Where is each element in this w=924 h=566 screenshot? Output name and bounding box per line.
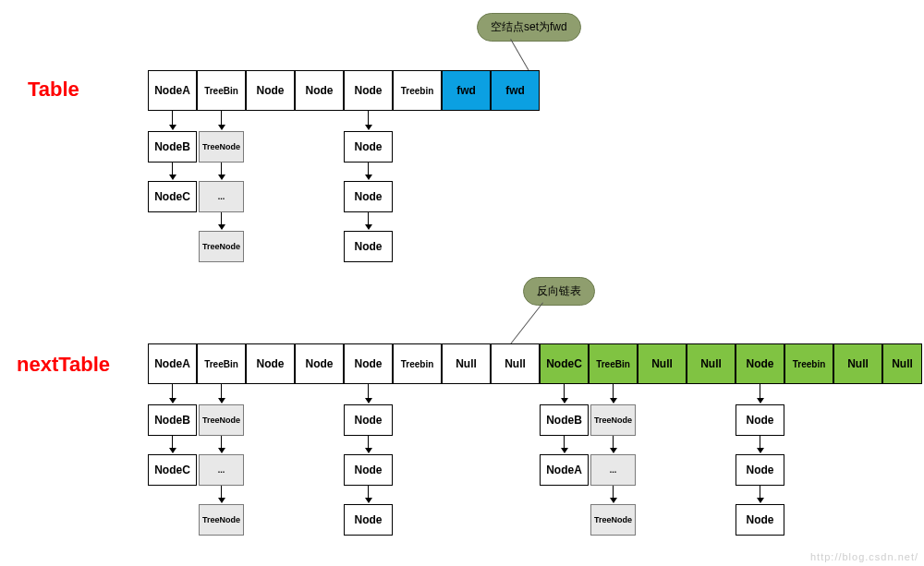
arrow <box>221 212 222 229</box>
arrow <box>368 384 369 403</box>
arrow <box>172 111 173 129</box>
table-chain-0-0: NodeB <box>148 131 197 163</box>
arrow <box>760 384 760 403</box>
nt-chain-12-1: Node <box>736 454 784 486</box>
arrow <box>613 486 614 502</box>
nt-chain-8-1: NodeA <box>540 454 589 486</box>
nexttable-cell-15: Null <box>882 343 922 384</box>
arrow <box>760 436 760 452</box>
arrow <box>221 384 222 403</box>
nexttable-cell-7: Null <box>491 343 540 384</box>
nt-chain-9-2: TreeNode <box>590 504 636 536</box>
nexttable-cell-14: Null <box>833 343 882 384</box>
nexttable-cell-9: TreeBin <box>589 343 638 384</box>
table-cell-4: Node <box>344 70 393 111</box>
nt-chain-12-0: Node <box>736 404 784 436</box>
nt-chain-0-1: NodeC <box>148 454 197 486</box>
watermark: http://blog.csdn.net/ <box>810 551 918 562</box>
arrow <box>760 486 760 502</box>
arrow <box>368 163 369 179</box>
table-cell-7-fwd: fwd <box>491 70 540 111</box>
title-table: Table <box>28 78 79 102</box>
nexttable-cell-10: Null <box>638 343 687 384</box>
nt-chain-1-1: ... <box>199 454 244 486</box>
nexttable-cell-2: Node <box>246 343 295 384</box>
table-chain-4-2: Node <box>344 231 393 262</box>
nt-chain-0-0: NodeB <box>148 404 197 436</box>
arrow <box>221 436 222 452</box>
nexttable-cell-3: Node <box>295 343 344 384</box>
callout-mid: 反向链表 <box>523 277 595 306</box>
arrow <box>221 163 222 179</box>
arrow <box>368 436 369 452</box>
nt-chain-8-0: NodeB <box>540 404 589 436</box>
arrow <box>564 384 565 403</box>
nexttable-cell-1: TreeBin <box>197 343 246 384</box>
nexttable-cell-6: Null <box>442 343 491 384</box>
table-cell-3: Node <box>295 70 344 111</box>
nt-chain-4-0: Node <box>344 404 393 436</box>
table-chain-1-2: TreeNode <box>199 231 244 262</box>
arrow <box>221 111 222 129</box>
nexttable-cell-0: NodeA <box>148 343 197 384</box>
leader-top <box>510 39 529 71</box>
table-chain-4-0: Node <box>344 131 393 163</box>
table-cell-1: TreeBin <box>197 70 246 111</box>
table-chain-1-1: ... <box>199 181 244 212</box>
nt-chain-4-2: Node <box>344 504 393 536</box>
nt-chain-1-0: TreeNode <box>199 404 244 436</box>
callout-top: 空结点set为fwd <box>477 13 581 42</box>
nexttable-cell-4: Node <box>344 343 393 384</box>
nexttable-cell-5: Treebin <box>393 343 442 384</box>
title-nexttable: nextTable <box>17 353 110 377</box>
arrow <box>564 436 565 452</box>
arrow <box>172 384 173 403</box>
table-cell-5: Treebin <box>393 70 442 111</box>
table-cell-6-fwd: fwd <box>442 70 491 111</box>
leader-mid <box>508 302 543 346</box>
nt-chain-9-1: ... <box>590 454 636 486</box>
nt-chain-4-1: Node <box>344 454 393 486</box>
nt-chain-9-0: TreeNode <box>590 404 636 436</box>
arrow <box>613 384 614 403</box>
nt-chain-1-2: TreeNode <box>199 504 244 536</box>
table-chain-4-1: Node <box>344 181 393 212</box>
nexttable-cell-11: Null <box>687 343 736 384</box>
nexttable-cell-12: Node <box>736 343 784 384</box>
arrow <box>221 486 222 502</box>
table-chain-0-1: NodeC <box>148 181 197 212</box>
table-cell-2: Node <box>246 70 295 111</box>
arrow <box>368 486 369 502</box>
nexttable-cell-13: Treebin <box>784 343 833 384</box>
nexttable-cell-8: NodeC <box>540 343 589 384</box>
arrow <box>368 111 369 129</box>
table-cell-0: NodeA <box>148 70 197 111</box>
arrow <box>613 436 614 452</box>
arrow <box>172 436 173 452</box>
nt-chain-12-2: Node <box>736 504 784 536</box>
table-chain-1-0: TreeNode <box>199 131 244 163</box>
arrow <box>172 163 173 179</box>
arrow <box>368 212 369 229</box>
